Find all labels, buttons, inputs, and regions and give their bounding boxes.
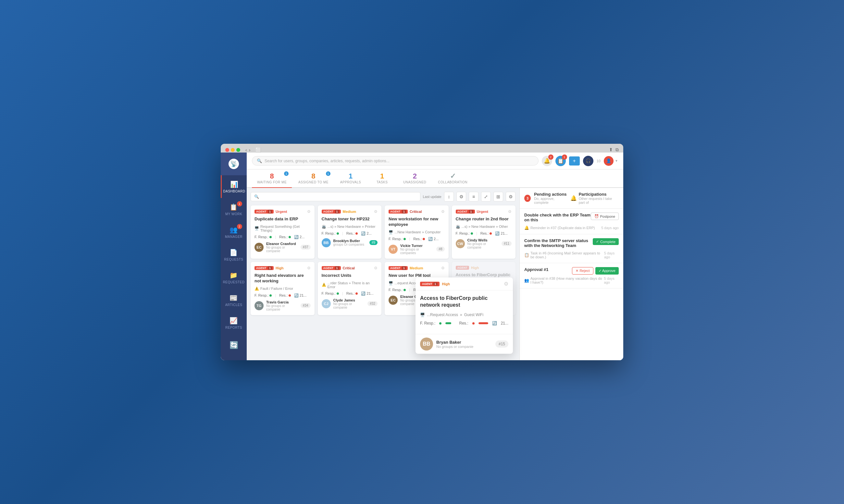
tab-unassigned[interactable]: 2 UNASSIGNED (398, 169, 431, 188)
top-header: 🔍 Search for users, groups, companies, a… (247, 152, 623, 169)
sidebar-item-manager[interactable]: 2 👥 MANAGER (221, 221, 247, 244)
tab-approvals[interactable]: 1 APPROVALS (335, 169, 366, 188)
tab-collaboration[interactable]: ✓ COLLABORATION (433, 169, 473, 188)
floating-progress-red (479, 322, 488, 324)
copy-icon[interactable]: ⧉ (615, 147, 619, 152)
sort-button[interactable]: ↕ (444, 192, 454, 201)
cat-text-2: ...s) » New Hardware » Printer (327, 224, 376, 229)
res-dot-3 (423, 238, 425, 240)
browser-window: ‹ › ⬜ ⬆ ⧉ 📡 📊 DASHBOARD 1 📋 MY WORK (221, 144, 623, 360)
card-4-footer: CW Cindy Wells No groups or companie #11 (456, 238, 512, 249)
alerts-btn[interactable]: 📋 1 (555, 156, 566, 166)
chevron-down-icon: ▼ (615, 159, 618, 163)
f-resp-6: F. Resp.: (322, 291, 339, 295)
user-sub-6: No groups or companie (334, 302, 365, 309)
card-6-footer: CJ Clyde James No groups or companie #32 (322, 298, 378, 309)
user-info-3: Vickie Turner No groups or companies (400, 244, 434, 255)
search-bar[interactable]: 🔍 Search for users, groups, companies, a… (252, 156, 539, 165)
ticket-card-1[interactable]: AGENT 1 Urgent ⚙ Duplicate data in ERP 🖥… (251, 205, 315, 259)
user-avatar-6: CJ (322, 299, 331, 308)
floating-gear-icon[interactable]: ⚙ (504, 281, 508, 287)
browser-actions: ⬆ ⧉ (609, 147, 619, 152)
share-icon[interactable]: ⬆ (609, 147, 613, 152)
expand-button[interactable]: ⤢ (481, 192, 491, 201)
approve-button[interactable]: ✓ Approve (595, 267, 619, 274)
help-button[interactable]: 🔄 (221, 336, 247, 355)
comment-count-2: 🔄 2... (361, 231, 371, 236)
gear-icon-2[interactable]: ⚙ (374, 209, 378, 214)
floating-card-popup[interactable]: AGENT 1 High ⚙ Access to FiberCorp publi… (415, 277, 513, 354)
comment-count-4: 🔄 21... (495, 231, 507, 236)
assigned-count: 8 (311, 173, 315, 180)
floating-refresh-icon: 🔄 (492, 321, 497, 325)
sidebar-item-requested[interactable]: 📁 REQUESTED (221, 266, 247, 289)
gear-icon-1[interactable]: ⚙ (307, 209, 311, 214)
notification-btn[interactable]: 🔔 2 (542, 156, 552, 166)
gear-icon-5[interactable]: ⚙ (307, 266, 311, 270)
priority-1: Urgent (275, 210, 287, 214)
filter-button[interactable]: ⚙ (456, 192, 466, 201)
headset-btn[interactable]: 🎧 (583, 156, 593, 166)
ticket-card-3[interactable]: AGENT 1 Critical ⚙ New workstation for n… (385, 205, 449, 259)
sidebar-item-articles[interactable]: 📰 ARTICLES (221, 289, 247, 311)
ticket-card-6[interactable]: AGENT 1 Critical ⚙ Incorrect Units ⚠️ ..… (318, 262, 382, 315)
forward-button[interactable]: › (249, 147, 251, 152)
reject-icon: ✕ (576, 269, 578, 273)
ticket-card-5[interactable]: AGENT 1 High ⚙ Right hand elevators are … (251, 262, 315, 315)
user-avatar-5: TG (254, 301, 264, 310)
sidebar-item-dashboard[interactable]: 📊 DASHBOARD (221, 175, 247, 198)
tab-tasks[interactable]: 1 TASKS (367, 169, 397, 188)
floating-cat-icon: 🖥️ (420, 312, 425, 317)
close-button[interactable] (225, 148, 229, 152)
sidebar-item-requests[interactable]: 📄 REQUESTS (221, 244, 247, 266)
floating-card-header: AGENT 1 High ⚙ (415, 277, 513, 290)
waiting-super-badge: 1 (284, 172, 289, 176)
unassigned-label: UNASSIGNED (403, 180, 426, 184)
grid-view-button[interactable]: ⊞ (493, 192, 503, 201)
card-5-title: Right hand elevators are not working (254, 273, 311, 284)
gear-icon-3[interactable]: ⚙ (441, 209, 445, 214)
panel-item-3-actions: ✕ Reject ✓ Approve (572, 267, 619, 274)
agent-badge-8: AGENT (456, 266, 469, 270)
user-menu[interactable]: 👤 ▼ (604, 156, 618, 166)
floating-card-body: Access to FiberCorp public network reque… (415, 290, 513, 334)
user-name-5: Travis Garcia (266, 300, 298, 304)
reject-button[interactable]: ✕ Reject (572, 267, 593, 274)
gear-icon-4[interactable]: ⚙ (508, 209, 511, 214)
tab-assigned[interactable]: 1 8 ASSIGNED TO ME (293, 169, 334, 188)
comment-count-3: 🔄 2... (428, 237, 438, 241)
sidebar-bottom: 🔄 (221, 336, 247, 360)
back-button[interactable]: ‹ (246, 147, 247, 152)
floating-category: 🖥️ ...Request Access » Guest WiFi (420, 312, 508, 317)
maximize-button[interactable] (236, 148, 240, 152)
user-name-4: Cindy Wells (467, 238, 499, 242)
gear-icon-7[interactable]: ⚙ (441, 266, 445, 270)
complete-button[interactable]: ✓ Complete (593, 238, 619, 245)
sidebar-item-mywork-label: MY WORK (225, 212, 242, 216)
tab-waiting[interactable]: 1 8 WAITING FOR ME (252, 169, 292, 188)
view-toggle-button[interactable]: ≡ (469, 192, 479, 201)
priority-3: Critical (410, 210, 422, 214)
sidebar-item-mywork[interactable]: 1 📋 MY WORK (221, 198, 247, 221)
card-1-footer: EC Eleanor Crawford No groups or compani… (254, 242, 311, 253)
minimize-button[interactable] (231, 148, 235, 152)
add-button[interactable]: + (569, 157, 580, 165)
settings-button[interactable]: ⚙ (506, 192, 516, 201)
app-container: 📡 📊 DASHBOARD 1 📋 MY WORK 2 👥 MANAGER 📄 … (221, 152, 623, 360)
floating-cat-sep: » (460, 312, 462, 317)
card-1-stats: F. Resp.: | Res.: 🔄 2... (254, 235, 311, 239)
tab-icon: ⬜ (255, 147, 261, 152)
sidebar-item-manager-label: MANAGER (225, 235, 243, 238)
ticket-card-2[interactable]: AGENT 1 Medium ⚙ Change toner for HP232 … (318, 205, 382, 259)
ticket-card-4[interactable]: AGENT 1 Urgent ⚙ Change router in 2nd fl… (452, 205, 516, 259)
comment-count-6: 🔄 21... (361, 291, 373, 296)
floating-agent-badge: AGENT 1 (420, 282, 439, 286)
card-3-header: AGENT 1 Critical ⚙ (389, 209, 445, 214)
gear-icon-6[interactable]: ⚙ (374, 266, 378, 270)
cards-search-input[interactable]: 🔍 (251, 192, 420, 201)
sidebar-item-reports[interactable]: 📈 REPORTS (221, 311, 247, 334)
floating-progress-green (445, 322, 455, 324)
postpone-button[interactable]: ⏰ Postpone (591, 213, 619, 220)
card-3-title: New workstation for new employee (389, 216, 445, 228)
res-6: Res.: (346, 291, 358, 295)
